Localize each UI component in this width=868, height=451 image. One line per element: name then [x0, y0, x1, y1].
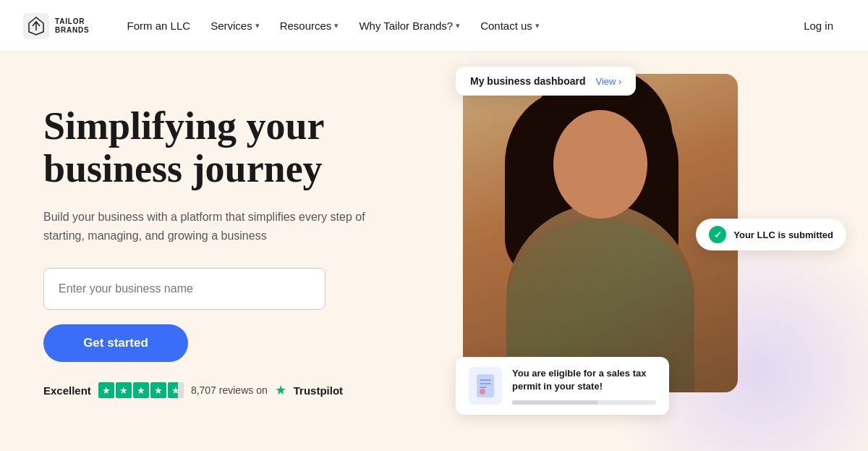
nav-services-label: Services: [210, 20, 252, 32]
resources-chevron-icon: ▾: [334, 21, 339, 30]
nav-why-tailor-label: Why Tailor Brands?: [359, 20, 453, 32]
dashboard-card: My business dashboard View ›: [456, 67, 636, 96]
hero-left: Simplifying your business journey Build …: [0, 52, 420, 451]
trustpilot-tp-icon: ★: [275, 382, 286, 398]
llc-submitted-text: Your LLC is submitted: [733, 229, 833, 240]
logo-icon: [23, 13, 49, 39]
star-3: ★: [133, 382, 149, 398]
nav-links: Form an LLC Services ▾ Resources ▾ Why T…: [119, 14, 793, 38]
logo-line1: TAILOR: [55, 17, 90, 26]
navbar: TAILOR BRANDS Form an LLC Services ▾ Res…: [0, 0, 868, 52]
nav-resources[interactable]: Resources ▾: [271, 14, 348, 38]
nav-contact[interactable]: Contact us ▾: [472, 14, 548, 38]
tax-title: You are eligible for a sales tax permit …: [512, 367, 656, 393]
tax-document-icon: [475, 374, 495, 398]
logo-text: TAILOR BRANDS: [55, 17, 90, 35]
svg-rect-3: [480, 379, 491, 381]
star-5-half: ★: [168, 382, 184, 398]
tax-progress-fill: [512, 400, 598, 405]
dashboard-view-link[interactable]: View ›: [595, 76, 621, 87]
star-2: ★: [116, 382, 132, 398]
why-tailor-chevron-icon: ▾: [456, 21, 460, 30]
logo-line2: BRANDS: [55, 26, 90, 35]
svg-rect-4: [480, 383, 491, 384]
hero-title: Simplifying your business journey: [43, 105, 376, 191]
nav-contact-label: Contact us: [480, 20, 532, 32]
trustpilot-row: Excellent ★ ★ ★ ★ ★ 8,707 reviews on ★ T…: [43, 382, 376, 398]
business-name-input[interactable]: [43, 268, 326, 310]
nav-services[interactable]: Services ▾: [202, 14, 268, 38]
hero-subtitle: Build your business with a platform that…: [43, 208, 376, 245]
nav-resources-label: Resources: [280, 20, 332, 32]
nav-why-tailor[interactable]: Why Tailor Brands? ▾: [350, 14, 469, 38]
star-1: ★: [98, 382, 114, 398]
tax-content: You are eligible for a sales tax permit …: [512, 367, 656, 405]
svg-rect-5: [480, 387, 487, 388]
llc-badge: ✓ Your LLC is submitted: [696, 219, 846, 250]
hero-section: Simplifying your business journey Build …: [0, 52, 868, 451]
login-button[interactable]: Log in: [792, 14, 845, 38]
services-chevron-icon: ▾: [255, 21, 260, 30]
tax-progress-bar: [512, 400, 656, 405]
logo-link[interactable]: TAILOR BRANDS: [23, 13, 90, 39]
nav-form-llc[interactable]: Form an LLC: [119, 14, 200, 38]
face: [553, 110, 647, 219]
svg-point-6: [480, 389, 485, 395]
trustpilot-label: Excellent: [43, 384, 91, 397]
get-started-button[interactable]: Get started: [43, 324, 188, 362]
check-circle-icon: ✓: [709, 226, 726, 243]
svg-rect-2: [477, 374, 494, 397]
trustpilot-stars: ★ ★ ★ ★ ★: [98, 382, 184, 398]
tax-icon: [469, 367, 502, 405]
hero-right: My business dashboard View › ✓ Your LLC …: [420, 52, 868, 451]
star-4: ★: [150, 382, 166, 398]
tax-card: You are eligible for a sales tax permit …: [456, 357, 669, 415]
dashboard-card-title: My business dashboard: [470, 75, 585, 87]
contact-chevron-icon: ▾: [535, 21, 540, 30]
review-count: 8,707 reviews on: [191, 384, 268, 396]
trustpilot-platform: Trustpilot: [294, 384, 343, 397]
